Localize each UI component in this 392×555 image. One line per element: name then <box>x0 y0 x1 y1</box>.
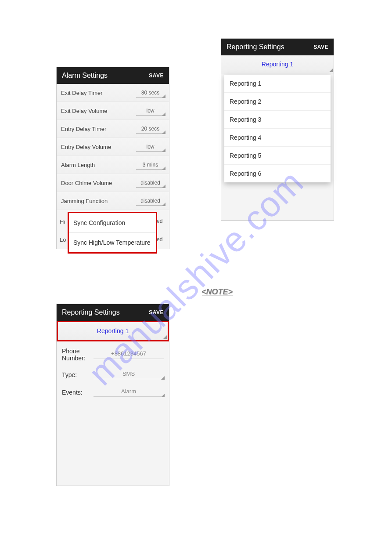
setting-value[interactable]: disabled <box>136 196 165 206</box>
reporting-settings-header: Reporting Settings SAVE <box>57 304 169 321</box>
reporting-selector[interactable]: Reporting 1 <box>221 55 334 73</box>
setting-label: Exit Delay Timer <box>61 90 136 96</box>
partial-value-suffix: ed <box>157 236 162 243</box>
reporting-phone-row: Phone Number: +8861234567 <box>57 341 169 364</box>
reporting-option-5[interactable]: Reporting 5 <box>224 147 331 165</box>
partial-row-prefix-hi: Hi <box>60 218 65 225</box>
setting-value[interactable]: low <box>136 142 165 152</box>
reporting-option-4[interactable]: Reporting 4 <box>224 129 331 147</box>
setting-row-exit-delay-timer[interactable]: Exit Delay Timer 30 secs <box>57 84 169 102</box>
chevron-down-icon <box>162 131 165 134</box>
setting-label: Alarm Length <box>61 162 136 168</box>
setting-row-alarm-length[interactable]: Alarm Length 3 mins <box>57 156 169 174</box>
setting-row-exit-delay-volume[interactable]: Exit Delay Volume low <box>57 102 169 120</box>
setting-value[interactable]: low <box>136 106 165 116</box>
setting-label: Entry Delay Timer <box>61 126 136 132</box>
partial-row-prefix-lo: Lo <box>60 236 66 243</box>
save-button[interactable]: SAVE <box>149 309 164 316</box>
chevron-down-icon <box>162 149 165 152</box>
save-button[interactable]: SAVE <box>313 44 328 50</box>
setting-value[interactable]: 30 secs <box>136 88 165 98</box>
setting-value[interactable]: 20 secs <box>136 124 165 134</box>
chevron-down-icon <box>162 112 165 116</box>
setting-value[interactable]: 3 mins <box>136 160 165 170</box>
reporting-settings-title: Reporting Settings <box>227 43 284 51</box>
setting-value[interactable]: disabled <box>136 178 165 188</box>
setting-label: Door Chime Volume <box>61 180 136 186</box>
chevron-down-icon <box>161 376 165 380</box>
reporting-selector[interactable]: Reporting 1 <box>58 322 168 340</box>
reporting-option-3[interactable]: Reporting 3 <box>224 111 331 129</box>
setting-row-door-chime-volume[interactable]: Door Chime Volume disabled <box>57 174 169 192</box>
reporting-option-6[interactable]: Reporting 6 <box>224 165 331 182</box>
reporting-events-row: Events: Alarm <box>57 382 169 399</box>
sync-popup-highlight: Sync Configuration Sync High/Low Tempera… <box>68 212 157 254</box>
reporting-settings-title: Reporting Settings <box>62 308 120 316</box>
setting-row-jamming-function[interactable]: Jamming Function disabled <box>57 192 169 210</box>
setting-label: Jamming Function <box>61 198 136 204</box>
setting-row-entry-delay-timer[interactable]: Entry Delay Timer 20 secs <box>57 120 169 138</box>
reporting-selector-label: Reporting 1 <box>262 61 293 68</box>
chevron-down-icon <box>161 394 165 397</box>
reporting-selector-highlight: Reporting 1 <box>57 321 169 341</box>
reporting-settings-header: Reporting Settings SAVE <box>221 39 334 55</box>
setting-label: Exit Delay Volume <box>61 108 136 114</box>
chevron-down-icon <box>162 94 165 98</box>
reporting-settings-screen-detail: Reporting Settings SAVE Reporting 1 Phon… <box>56 304 169 486</box>
save-button[interactable]: SAVE <box>149 73 164 79</box>
setting-row-entry-delay-volume[interactable]: Entry Delay Volume low <box>57 138 169 156</box>
phone-number-label: Phone Number: <box>62 348 94 362</box>
reporting-option-1[interactable]: Reporting 1 <box>224 75 331 93</box>
chevron-down-icon <box>329 69 333 72</box>
sync-configuration-item[interactable]: Sync Configuration <box>69 213 156 233</box>
chevron-down-icon <box>162 185 165 188</box>
reporting-option-2[interactable]: Reporting 2 <box>224 93 331 111</box>
reporting-type-row: Type: SMS <box>57 364 169 382</box>
chevron-down-icon <box>163 335 167 339</box>
sync-high-low-temp-item[interactable]: Sync High/Low Temperature <box>69 233 156 252</box>
note-heading: <NOTE> <box>201 287 233 297</box>
reporting-selector-label: Reporting 1 <box>97 327 129 334</box>
setting-label: Entry Delay Volume <box>61 144 136 150</box>
partial-value-suffix: ed <box>157 218 162 224</box>
type-select[interactable]: SMS <box>94 370 164 379</box>
chevron-down-icon <box>162 167 165 170</box>
events-label: Events: <box>62 389 94 396</box>
events-select[interactable]: Alarm <box>94 388 164 397</box>
type-label: Type: <box>62 371 94 378</box>
alarm-settings-header: Alarm Settings SAVE <box>57 67 169 84</box>
reporting-dropdown-list: Reporting 1 Reporting 2 Reporting 3 Repo… <box>224 75 331 182</box>
chevron-down-icon <box>162 203 165 206</box>
alarm-settings-title: Alarm Settings <box>62 72 108 80</box>
phone-number-input[interactable]: +8861234567 <box>94 350 164 359</box>
